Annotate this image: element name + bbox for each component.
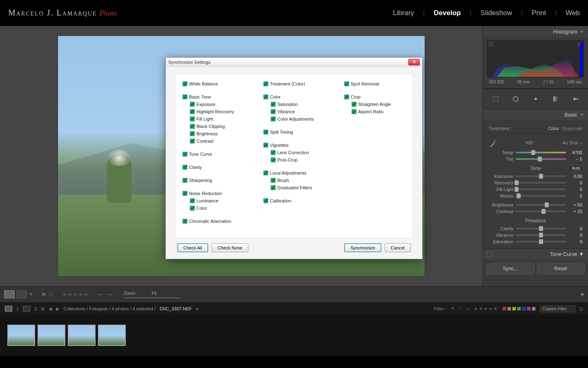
sync-option-checkbox[interactable]: Lens Correction	[271, 149, 340, 156]
dialog-overlay: Synchronize Settings ✕ White BalanceBasi…	[0, 0, 588, 368]
sync-option-checkbox[interactable]: Color	[190, 204, 259, 212]
sync-option-checkbox[interactable]: Graduated Filters	[271, 184, 340, 191]
cancel-button[interactable]: Cancel	[385, 243, 411, 252]
sync-option-checkbox[interactable]: Sharpening	[183, 177, 259, 184]
sync-option-checkbox[interactable]: Highlight Recovery	[190, 108, 259, 115]
check-all-button[interactable]: Check All	[177, 243, 208, 252]
sync-option-checkbox[interactable]: Saturation	[271, 101, 340, 108]
sync-option-checkbox[interactable]: Luminance	[190, 197, 259, 204]
sync-option-checkbox[interactable]: Tone Curve	[183, 150, 259, 158]
sync-option-checkbox[interactable]: White Balance	[183, 80, 259, 88]
close-button[interactable]: ✕	[408, 59, 420, 65]
check-none-button[interactable]: Check None	[212, 243, 249, 252]
sync-option-checkbox[interactable]: Aspect Ratio	[352, 108, 405, 115]
sync-option-checkbox[interactable]: Local Adjustments	[263, 169, 340, 177]
sync-option-checkbox[interactable]: Contrast	[190, 137, 259, 145]
sync-option-checkbox[interactable]: Brightness	[190, 130, 259, 137]
dialog-titlebar[interactable]: Synchronize Settings ✕	[166, 58, 422, 67]
sync-option-checkbox[interactable]: Basic Tone	[183, 93, 259, 101]
sync-option-checkbox[interactable]: Chromatic Aberration	[183, 218, 259, 225]
sync-option-checkbox[interactable]: Vibrance	[271, 108, 340, 115]
sync-option-checkbox[interactable]: Treatment (Color)	[263, 80, 340, 88]
sync-option-checkbox[interactable]: Split Toning	[263, 128, 340, 136]
sync-option-checkbox[interactable]: Exposure	[190, 101, 259, 108]
sync-option-checkbox[interactable]: Vignettes	[263, 141, 340, 149]
sync-option-checkbox[interactable]: Brush	[271, 177, 340, 184]
sync-option-checkbox[interactable]: Fill Light	[190, 115, 259, 123]
sync-option-checkbox[interactable]: Black Clipping	[190, 123, 259, 130]
sync-option-checkbox[interactable]: Spot Removal	[344, 80, 405, 88]
synchronize-button[interactable]: Synchronize	[344, 243, 381, 252]
sync-option-checkbox[interactable]: Straighten Angle	[352, 101, 405, 108]
synchronize-dialog: Synchronize Settings ✕ White BalanceBasi…	[165, 57, 423, 259]
sync-option-checkbox[interactable]: Color	[263, 93, 340, 101]
sync-option-checkbox[interactable]: Crop	[344, 93, 405, 101]
sync-option-checkbox[interactable]: Post-Crop	[271, 156, 340, 164]
sync-option-checkbox[interactable]: Noise Reduction	[183, 190, 259, 197]
sync-option-checkbox[interactable]: Color Adjustments	[271, 115, 340, 123]
sync-option-checkbox[interactable]: Calibration	[263, 197, 340, 204]
sync-option-checkbox[interactable]: Clarity	[183, 164, 259, 171]
